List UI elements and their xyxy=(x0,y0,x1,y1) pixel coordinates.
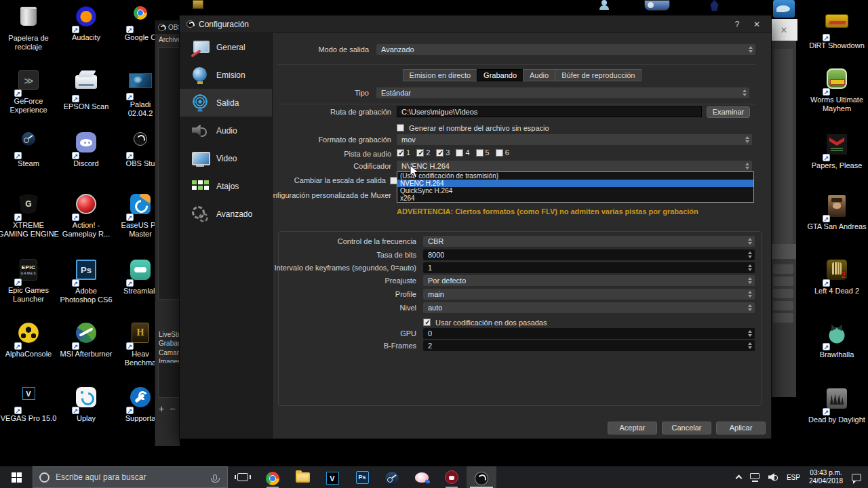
audio-track-number: 1 xyxy=(406,148,410,157)
encoder-option[interactable]: (Usar codificación de trasmisión) xyxy=(397,172,753,180)
menu-archivo[interactable]: Archivo xyxy=(155,34,180,45)
desktop-icon[interactable]: ↗ GTA San Andreas xyxy=(804,194,868,231)
no-space-checkbox[interactable] xyxy=(397,124,404,131)
level-select[interactable]: auto xyxy=(423,302,755,313)
encoder-option[interactable]: QuickSync H.264 xyxy=(397,187,753,195)
settings-sidebar-item[interactable]: General xyxy=(180,33,272,61)
spinner-arrows-icon[interactable] xyxy=(748,330,752,337)
output-mode-select[interactable]: Avanzado xyxy=(376,44,755,55)
desktop-icon[interactable]: ↗ Left 4 Dead 2 xyxy=(804,258,868,296)
audio-track-option[interactable]: 1 xyxy=(397,148,410,157)
spinner-arrows-icon[interactable] xyxy=(748,342,752,349)
keyint-input[interactable]: 1 xyxy=(423,262,755,273)
settings-sidebar-item[interactable]: Atajos xyxy=(180,172,272,200)
taskbar-app-button[interactable] xyxy=(258,466,288,488)
audio-track-checkbox[interactable] xyxy=(397,149,404,157)
audio-track-option[interactable]: 2 xyxy=(416,148,430,157)
clock[interactable]: 03:43 p.m. 24/04/2018 xyxy=(809,469,843,485)
obs-add-remove-buttons[interactable]: +− xyxy=(159,403,180,414)
network-icon[interactable] xyxy=(750,473,760,479)
task-view-button[interactable] xyxy=(228,466,258,488)
audio-track-checkbox[interactable] xyxy=(456,149,463,157)
rate-control-select[interactable]: CBR xyxy=(423,236,755,247)
encoder-option[interactable]: x264 xyxy=(397,195,753,202)
audio-track-checkbox[interactable] xyxy=(416,149,424,157)
add-source-button[interactable]: + xyxy=(159,403,170,414)
format-select[interactable]: mov xyxy=(397,134,752,145)
shortcut-arrow-badge: ↗ xyxy=(14,407,22,414)
partial-row xyxy=(773,277,793,286)
two-pass-checkbox[interactable] xyxy=(423,319,431,326)
settings-sidebar-item[interactable]: Audio xyxy=(180,117,272,144)
output-tab[interactable]: Grabando xyxy=(477,69,524,81)
settings-sidebar-item[interactable]: Salida xyxy=(180,89,272,117)
taskbar-app-button[interactable] xyxy=(437,466,467,488)
desktop-icon-label: Dead by Daylight xyxy=(804,415,868,424)
audio-track-checkbox[interactable] xyxy=(476,149,484,157)
partial-person-icon xyxy=(599,0,609,10)
browse-button[interactable]: Examinar xyxy=(707,106,750,118)
dialog-titlebar[interactable]: Configuración ? ✕ xyxy=(180,16,771,33)
taskbar-app-icon xyxy=(475,472,488,485)
microphone-icon[interactable] xyxy=(213,474,217,481)
bitrate-input[interactable]: 8000 xyxy=(423,249,755,260)
profile-select[interactable]: main xyxy=(423,289,755,300)
source-item[interactable]: Grabaci xyxy=(159,339,180,348)
apply-button[interactable]: Aplicar xyxy=(716,422,766,434)
output-tab[interactable]: Búfer de reproducción xyxy=(555,69,642,81)
type-select[interactable]: Estándar xyxy=(376,87,749,98)
settings-sidebar-item[interactable]: Video xyxy=(180,144,272,172)
audio-track-option[interactable]: 4 xyxy=(456,148,469,157)
preset-select[interactable]: Por defecto xyxy=(423,275,755,286)
gpu-input[interactable]: 0 xyxy=(423,328,755,339)
audio-track-number: 6 xyxy=(505,148,509,157)
source-item[interactable]: LiveStre xyxy=(159,330,180,339)
language-indicator[interactable]: ESP xyxy=(787,474,800,481)
close-button[interactable]: ✕ xyxy=(749,20,764,29)
taskbar-search[interactable]: Escribe aquí para buscar xyxy=(33,466,228,488)
audio-track-checkbox[interactable] xyxy=(496,149,503,157)
keyint-row: Intervalo de keyframes (segundos, 0=auto… xyxy=(279,262,762,274)
start-button[interactable] xyxy=(0,466,33,488)
desktop-icon[interactable]: ↗ DiRT Showdown xyxy=(804,8,868,50)
close-icon[interactable]: ✕ xyxy=(781,25,788,35)
taskbar-app-button[interactable] xyxy=(407,466,437,488)
encoder-option[interactable]: NVENC H.264 xyxy=(397,180,753,187)
output-tab[interactable]: Emision en directo xyxy=(403,69,478,81)
desktop-icon-label: Brawlhalla xyxy=(804,350,868,359)
taskbar-app-button[interactable] xyxy=(288,466,317,488)
audio-track-option[interactable]: 3 xyxy=(436,148,450,157)
source-item[interactable]: Camara xyxy=(159,348,180,357)
sidebar-item-label: Atajos xyxy=(216,182,239,191)
action-center-icon[interactable] xyxy=(852,474,861,481)
encoder-select[interactable]: NVENC H.264 xyxy=(397,161,752,171)
bframes-input[interactable]: 2 xyxy=(423,340,755,351)
combo-arrows-icon xyxy=(748,304,752,311)
accept-button[interactable]: Aceptar xyxy=(608,422,657,434)
tray-expand-icon[interactable] xyxy=(735,475,742,482)
taskbar-app-button[interactable] xyxy=(317,466,347,488)
spinner-arrows-icon[interactable] xyxy=(748,264,752,271)
taskbar-app-button[interactable] xyxy=(377,466,407,488)
cancel-button[interactable]: Cancelar xyxy=(662,422,711,434)
recording-path-input[interactable]: C:\Users\migue\Videos xyxy=(397,106,702,117)
settings-sidebar-item[interactable]: Avanzado xyxy=(180,200,272,228)
settings-sidebar-item[interactable]: Emision xyxy=(180,61,272,89)
audio-track-option[interactable]: 5 xyxy=(476,148,490,157)
taskbar-app-button[interactable] xyxy=(347,466,377,488)
desktop-icon[interactable]: ↗ Brawlhalla xyxy=(804,321,868,359)
bframes-row: B-Frames 2 xyxy=(279,340,762,352)
taskbar-app-button[interactable] xyxy=(467,466,496,488)
output-mode-row: Modo de salida Avanzado xyxy=(273,44,771,56)
spinner-arrows-icon[interactable] xyxy=(748,251,752,258)
remove-source-button[interactable]: − xyxy=(170,403,180,414)
output-tab[interactable]: Audio xyxy=(523,69,555,81)
audio-track-option[interactable]: 6 xyxy=(496,148,509,157)
audio-track-checkbox[interactable] xyxy=(436,149,443,157)
help-button[interactable]: ? xyxy=(730,20,745,29)
desktop-icon[interactable]: ↗ Papers, Please xyxy=(804,132,868,170)
volume-icon[interactable] xyxy=(768,473,778,481)
desktop-icon[interactable]: ↗ Dead by Daylight xyxy=(804,386,868,424)
desktop-icon[interactable]: ↗ Worms Ultimate Mayhem xyxy=(804,66,868,113)
partial-panel xyxy=(774,49,793,244)
